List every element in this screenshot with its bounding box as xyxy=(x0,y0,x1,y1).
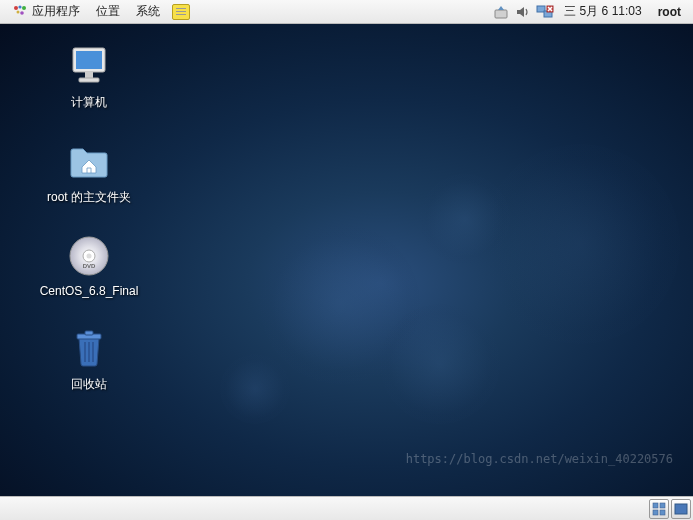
svg-rect-13 xyxy=(85,72,93,78)
clock-text: 三 5月 6 11:03 xyxy=(564,4,641,18)
applications-menu[interactable]: 应用程序 xyxy=(4,0,88,23)
clock[interactable]: 三 5月 6 11:03 xyxy=(556,3,649,20)
top-panel: 应用程序 位置 系统 三 5月 6 11:03 root xyxy=(0,0,693,24)
user-menu[interactable]: root xyxy=(650,5,689,19)
applications-label: 应用程序 xyxy=(32,3,80,20)
home-folder-label: root 的主文件夹 xyxy=(47,189,131,206)
places-label: 位置 xyxy=(96,3,120,20)
svg-point-4 xyxy=(20,11,24,15)
svg-rect-14 xyxy=(79,78,99,82)
show-desktop-button[interactable] xyxy=(649,499,669,519)
svg-rect-27 xyxy=(660,510,665,515)
home-folder-icon[interactable]: root 的主文件夹 xyxy=(24,133,154,210)
svg-point-17 xyxy=(87,254,92,259)
update-notifier-icon[interactable] xyxy=(491,2,511,22)
computer-icon[interactable]: 计算机 xyxy=(24,38,154,115)
user-label: root xyxy=(658,5,681,19)
svg-rect-24 xyxy=(653,503,658,508)
trash-bin-icon xyxy=(65,324,113,372)
volume-icon[interactable] xyxy=(513,2,533,22)
optical-disc-icon: DVD xyxy=(65,232,113,280)
desktop[interactable]: 计算机 root 的主文件夹 DVD xyxy=(0,24,693,496)
watermark-text: https://blog.csdn.net/weixin_40220576 xyxy=(406,452,673,466)
notes-app-launcher[interactable] xyxy=(172,4,190,20)
dvd-label: CentOS_6.8_Final xyxy=(40,284,139,298)
folder-home-icon xyxy=(65,137,113,185)
dvd-icon[interactable]: DVD CentOS_6.8_Final xyxy=(24,228,154,302)
trash-label: 回收站 xyxy=(71,376,107,393)
svg-text:DVD: DVD xyxy=(83,263,96,269)
trash-icon[interactable]: 回收站 xyxy=(24,320,154,397)
svg-point-3 xyxy=(17,10,20,13)
system-menu[interactable]: 系统 xyxy=(128,0,168,23)
svg-rect-26 xyxy=(653,510,658,515)
svg-rect-5 xyxy=(495,10,507,18)
network-icon[interactable] xyxy=(535,2,555,22)
gnome-foot-icon xyxy=(12,4,28,20)
system-label: 系统 xyxy=(136,3,160,20)
bottom-panel xyxy=(0,496,693,520)
svg-point-0 xyxy=(14,6,18,10)
svg-rect-12 xyxy=(76,51,102,69)
monitor-icon xyxy=(65,42,113,90)
svg-point-1 xyxy=(18,5,21,8)
workspace-switcher[interactable] xyxy=(671,499,691,519)
places-menu[interactable]: 位置 xyxy=(88,0,128,23)
svg-point-2 xyxy=(22,6,26,10)
computer-label: 计算机 xyxy=(71,94,107,111)
svg-rect-28 xyxy=(675,504,687,514)
svg-rect-25 xyxy=(660,503,665,508)
svg-rect-20 xyxy=(85,331,93,335)
desktop-icons-container: 计算机 root 的主文件夹 DVD xyxy=(24,38,154,397)
